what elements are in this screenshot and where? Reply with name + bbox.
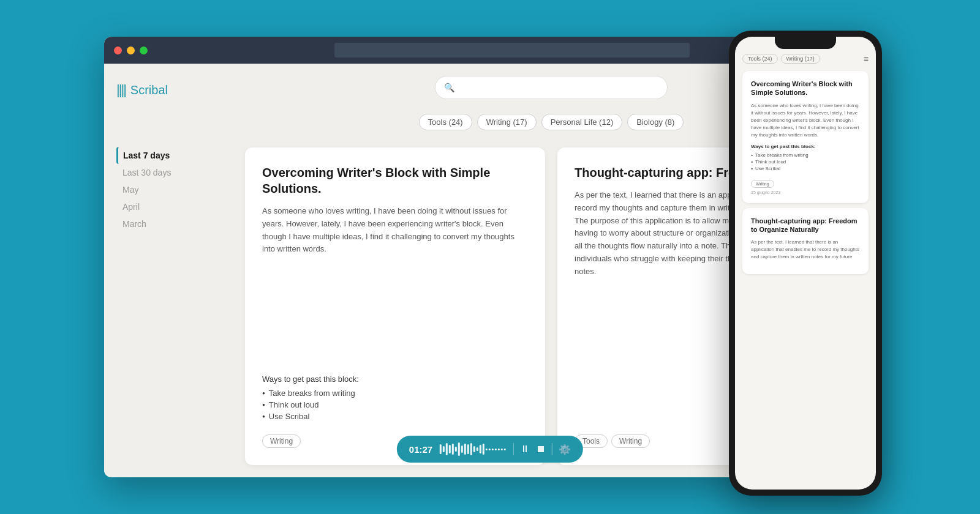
address-bar[interactable] [334,43,690,58]
phone-list-item: Use Scribal [751,165,860,172]
window-controls [114,47,148,54]
tag-biology[interactable]: Biology (8) [627,114,684,130]
wave-dot [495,449,497,450]
wave-bar [455,447,457,452]
phone-tag-tools[interactable]: Tools (24) [742,54,778,64]
tag-writing[interactable]: Writing (17) [477,114,537,130]
tag-tools[interactable]: Tools (24) [419,114,472,130]
phone-card-body-2: As per the text, I learned that there is… [751,239,860,261]
logo-icon: |||| [116,82,126,98]
phone-card-list-1: Take breaks from writing Think out loud … [751,152,860,172]
phone-content: Tools (24) Writing (17) ≡ Overcoming Wri… [735,49,876,490]
wave-dot [504,449,506,450]
card-tag-writing[interactable]: Writing [262,434,301,448]
phone-screen: Tools (24) Writing (17) ≡ Overcoming Wri… [735,37,876,490]
wave-bar [449,445,451,453]
pause-button[interactable]: ⏸ [520,444,530,455]
phone-notch [775,37,836,49]
wave-bar [458,442,460,456]
wave-dot [486,449,488,450]
minimize-button[interactable] [127,47,135,54]
card-tags-2: Tools Writing [575,434,650,448]
phone-card-body-1: As someone who loves writing, I have bee… [751,102,860,139]
sidebar-item-march[interactable]: March [116,215,214,233]
divider [513,443,514,455]
wave-bar [443,446,445,452]
phone-outer: Tools (24) Writing (17) ≡ Overcoming Wri… [729,31,882,496]
phone-card-list-label-1: Ways to get past this block: [751,144,860,149]
card-title-1: Overcoming Writer's Block with Simple So… [262,165,528,196]
wave-bar [470,443,472,455]
phone-card-1: Overcoming Writer's Block with Simple So… [742,71,869,203]
phone-list-item: Take breaks from writing [751,152,860,158]
wave-bar [461,445,463,453]
maximize-button[interactable] [140,47,148,54]
phone-menu-icon[interactable]: ≡ [864,54,869,64]
wave-bar [467,444,469,454]
card-tags-1: Writing [262,434,301,448]
phone-card-date-1: 25 giugno 2023 [751,190,860,195]
wave-bar [483,444,484,455]
audio-time: 01:27 [409,444,432,455]
logo-text: Scribal [130,83,168,97]
settings-button[interactable]: ⚙️ [559,444,571,455]
sidebar-item-april[interactable]: April [116,198,214,215]
divider [552,443,552,455]
wave-bar [473,446,475,452]
phone-card-title-2: Thought-capturing app: Freedom to Organi… [751,217,860,234]
logo: |||| Scribal [116,82,214,98]
wave-dot [489,449,491,450]
audio-player: 01:27 ⏸ ⏹ [397,436,583,463]
wave-dot [498,449,500,450]
list-item: Take breaks from writing [262,387,528,399]
card-body-1: As someone who loves writing, I have bee… [262,205,528,365]
phone-list-item: Think out loud [751,158,860,165]
phone-mockup: Tools (24) Writing (17) ≡ Overcoming Wri… [729,31,882,496]
wave-dot [492,449,494,450]
wave-bar [440,444,442,454]
search-icon: 🔍 [444,83,454,92]
sidebar-item-may[interactable]: May [116,181,214,198]
card-writers-block: Overcoming Writer's Block with Simple So… [245,147,545,465]
sidebar-item-last7days[interactable]: Last 7 days [116,147,214,164]
stop-button[interactable]: ⏹ [536,444,546,455]
close-button[interactable] [114,47,122,54]
nav-items: Last 7 days Last 30 days May April March [116,122,214,233]
phone-tags-row: Tools (24) Writing (17) ≡ [742,54,869,64]
wave-bar [452,444,454,455]
phone-card-tag-1[interactable]: Writing [751,180,774,188]
card-tag-writing-2[interactable]: Writing [611,434,650,448]
wave-dot [501,449,503,450]
card-list-1: Take breaks from writing Think out loud … [262,387,528,422]
wave-bar [477,447,478,451]
wave-bar [480,445,481,453]
phone-card-title-1: Overcoming Writer's Block with Simple So… [751,80,860,97]
list-item: Use Scribal [262,411,528,422]
list-item: Think out loud [262,399,528,411]
tag-personal-life[interactable]: Personal Life (12) [541,114,623,130]
search-bar[interactable]: 🔍 [435,76,668,99]
sidebar: |||| Scribal Last 7 days Last 30 days Ma… [104,64,227,477]
phone-tag-writing[interactable]: Writing (17) [781,54,820,64]
phone-card-2: Thought-capturing app: Freedom to Organi… [742,208,869,275]
waveform [440,442,506,456]
card-list-label-1: Ways to get past this block: [262,374,528,384]
wave-bar [464,444,466,455]
wave-bar [446,443,448,455]
audio-controls: ⏸ ⏹ ⚙️ [513,443,571,455]
sidebar-item-last30days[interactable]: Last 30 days [116,164,214,181]
